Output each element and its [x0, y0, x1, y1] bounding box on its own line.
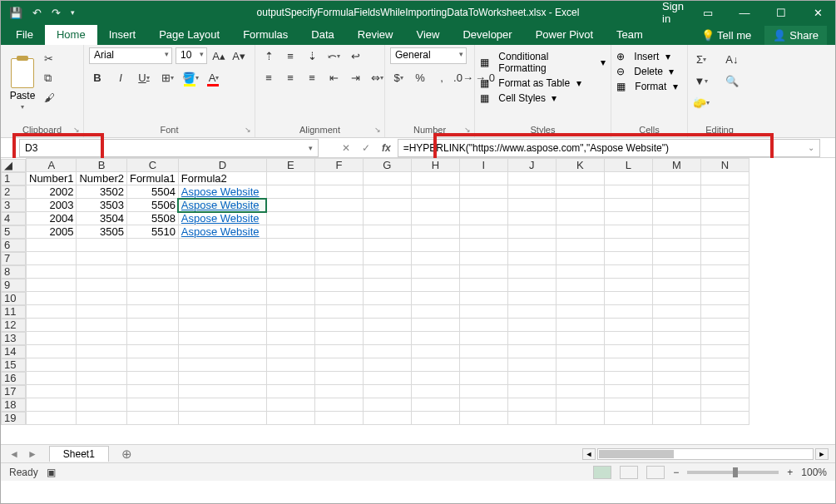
- clipboard-launcher-icon[interactable]: ↘: [73, 126, 80, 134]
- increase-indent-icon[interactable]: ⇥: [347, 69, 364, 86]
- col-header[interactable]: H: [411, 159, 459, 172]
- row-header[interactable]: 10: [1, 292, 26, 305]
- row-header[interactable]: 13: [1, 332, 26, 345]
- row-header[interactable]: 16: [1, 372, 26, 385]
- tab-insert[interactable]: Insert: [97, 25, 148, 45]
- row-header[interactable]: 2: [1, 185, 26, 199]
- font-name-select[interactable]: Arial: [89, 47, 172, 64]
- new-sheet-icon[interactable]: ⊕: [119, 447, 136, 462]
- save-icon[interactable]: 💾: [9, 7, 22, 19]
- fill-color-button[interactable]: 🪣: [182, 69, 199, 86]
- tab-page-layout[interactable]: Page Layout: [147, 25, 231, 45]
- cell-styles-button[interactable]: ▦ Cell Styles ▾: [480, 92, 557, 104]
- wrap-text-icon[interactable]: ↩: [347, 47, 364, 64]
- expand-formula-bar-icon[interactable]: ⌄: [808, 143, 814, 152]
- row-header[interactable]: 6: [1, 239, 26, 252]
- cell[interactable]: Formula2: [178, 172, 266, 185]
- cell[interactable]: 3503: [77, 199, 126, 212]
- find-select-icon[interactable]: 🔍: [724, 72, 740, 89]
- align-middle-icon[interactable]: ≡: [282, 47, 299, 64]
- cell[interactable]: Number1: [27, 172, 77, 185]
- align-center-icon[interactable]: ≡: [282, 69, 299, 86]
- insert-cells-button[interactable]: ⊕ Insert ▾: [616, 51, 670, 62]
- col-header[interactable]: M: [652, 159, 700, 172]
- cell[interactable]: 3502: [77, 185, 126, 199]
- row-header[interactable]: 19: [1, 412, 26, 425]
- increase-decimal-icon[interactable]: .0→: [455, 69, 472, 86]
- zoom-out-icon[interactable]: −: [673, 467, 679, 478]
- col-header[interactable]: C: [126, 159, 178, 172]
- macro-record-icon[interactable]: ▣: [47, 467, 56, 478]
- row-header[interactable]: 9: [1, 279, 26, 292]
- row-header[interactable]: 3: [1, 199, 26, 212]
- tab-file[interactable]: File: [4, 25, 45, 45]
- col-header[interactable]: I: [459, 159, 507, 172]
- cell[interactable]: 5504: [126, 185, 178, 199]
- font-color-button[interactable]: A: [205, 69, 222, 86]
- zoom-level[interactable]: 100%: [801, 467, 827, 478]
- cell[interactable]: 2005: [27, 225, 77, 239]
- cell[interactable]: 5508: [126, 212, 178, 225]
- cell-hyperlink[interactable]: Aspose Website: [178, 225, 266, 239]
- tab-team[interactable]: Team: [605, 25, 655, 45]
- format-cells-button[interactable]: ▦ Format ▾: [616, 81, 678, 92]
- sheet-nav-next-icon[interactable]: ►: [27, 448, 37, 460]
- italic-button[interactable]: I: [112, 69, 129, 86]
- sheet-nav-prev-icon[interactable]: ◄: [9, 448, 19, 460]
- col-header[interactable]: D: [178, 159, 266, 172]
- col-header[interactable]: K: [556, 159, 604, 172]
- fill-icon[interactable]: ▼: [693, 72, 710, 89]
- tab-review[interactable]: Review: [346, 25, 405, 45]
- ribbon-options-icon[interactable]: ▭: [690, 1, 725, 24]
- cell[interactable]: 3504: [77, 212, 126, 225]
- page-break-view-icon[interactable]: [646, 466, 665, 479]
- qat-customize-icon[interactable]: ▾: [71, 8, 75, 17]
- percent-format-icon[interactable]: %: [412, 69, 428, 86]
- minimize-icon[interactable]: —: [727, 1, 762, 24]
- maximize-icon[interactable]: ☐: [764, 1, 799, 24]
- align-bottom-icon[interactable]: ⇣: [304, 47, 320, 64]
- hscroll-left-icon[interactable]: ◄: [582, 448, 596, 460]
- selected-cell[interactable]: Aspose Website: [178, 199, 266, 212]
- decrease-font-icon[interactable]: A▾: [230, 47, 247, 64]
- decrease-indent-icon[interactable]: ⇤: [325, 69, 342, 86]
- merge-center-icon[interactable]: ⇔: [369, 69, 385, 86]
- conditional-formatting-button[interactable]: ▦ Conditional Formatting ▾: [480, 51, 606, 74]
- row-header[interactable]: 12: [1, 319, 26, 332]
- select-all-corner[interactable]: ◢: [1, 159, 26, 172]
- row-header[interactable]: 7: [1, 252, 26, 265]
- bold-button[interactable]: B: [89, 69, 106, 86]
- row-header[interactable]: 4: [1, 212, 26, 225]
- tell-me[interactable]: 💡 Tell me: [693, 26, 760, 45]
- row-header[interactable]: 1: [1, 172, 26, 185]
- border-button[interactable]: ⊞: [159, 69, 176, 86]
- tab-formulas[interactable]: Formulas: [231, 25, 299, 45]
- cut-icon[interactable]: ✂: [44, 52, 55, 65]
- font-size-select[interactable]: 10: [176, 47, 207, 64]
- tab-developer[interactable]: Developer: [451, 25, 523, 45]
- sort-filter-icon[interactable]: A↓: [724, 51, 740, 67]
- insert-function-icon[interactable]: fx: [382, 142, 391, 154]
- col-header[interactable]: L: [604, 159, 652, 172]
- col-header[interactable]: G: [363, 159, 411, 172]
- row-header[interactable]: 18: [1, 398, 26, 412]
- cell-hyperlink[interactable]: Aspose Website: [178, 212, 266, 225]
- increase-font-icon[interactable]: A▴: [210, 47, 227, 64]
- orientation-icon[interactable]: ⤺: [325, 47, 342, 64]
- row-header[interactable]: 14: [1, 345, 26, 358]
- tab-data[interactable]: Data: [299, 25, 345, 45]
- col-header[interactable]: J: [507, 159, 556, 172]
- col-header[interactable]: N: [700, 159, 749, 172]
- cell[interactable]: Number2: [77, 172, 126, 185]
- undo-icon[interactable]: ↶: [32, 7, 42, 19]
- close-icon[interactable]: ✕: [800, 1, 835, 24]
- autosum-icon[interactable]: Σ: [693, 51, 710, 67]
- cell-hyperlink[interactable]: Aspose Website: [178, 185, 266, 199]
- align-left-icon[interactable]: ≡: [260, 69, 277, 86]
- cell[interactable]: 2003: [27, 199, 77, 212]
- sign-in-link[interactable]: Sign in: [662, 1, 689, 24]
- clear-icon[interactable]: 🧽: [693, 94, 710, 111]
- formula-bar-input[interactable]: =HYPERLINK("https://www.aspose.com","Asp…: [398, 139, 820, 157]
- cell[interactable]: Formula1: [126, 172, 178, 185]
- align-top-icon[interactable]: ⇡: [260, 47, 277, 64]
